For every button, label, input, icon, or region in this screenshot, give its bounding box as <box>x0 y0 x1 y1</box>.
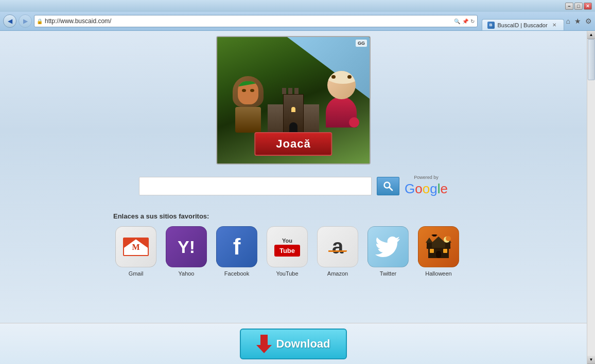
svg-rect-9 <box>430 249 434 253</box>
fav-item-halloween[interactable]: Halloween <box>416 226 461 277</box>
svg-line-1 <box>390 187 393 190</box>
tab-favicon: B <box>487 22 495 29</box>
download-arrow-wrapper <box>256 335 272 353</box>
scroll-up-arrow[interactable]: ▲ <box>587 31 596 39</box>
svg-rect-8 <box>436 251 441 258</box>
favorites-label: Enlaces a sus sitios favoritos: <box>113 212 474 220</box>
nav-bar: ◀ ▶ 🔒 http://www.buscaid.com/ 🔍 📌 ↻ B Bu… <box>0 12 595 30</box>
fav-label-facebook: Facebook <box>224 270 249 277</box>
powered-by-text: Powered by <box>414 175 439 180</box>
scroll-track[interactable] <box>587 39 595 356</box>
amazon-a-text: a <box>332 236 343 257</box>
forward-button[interactable]: ▶ <box>19 14 32 28</box>
address-icon: 🔒 <box>37 19 43 24</box>
ad-corner-logo: GG <box>356 40 367 47</box>
refresh-icon[interactable]: ↻ <box>470 18 475 25</box>
yahoo-icon: Y! <box>166 226 207 267</box>
fav-item-twitter[interactable]: Twitter <box>365 226 411 277</box>
svg-rect-6 <box>445 242 450 249</box>
browser-chrome: − □ ✕ ◀ ▶ 🔒 http://www.buscaid.com/ 🔍 📌 … <box>0 0 595 31</box>
amazon-icon: a <box>317 226 358 267</box>
address-bar[interactable]: 🔒 http://www.buscaid.com/ 🔍 📌 ↻ <box>34 15 478 27</box>
scroll-thumb[interactable] <box>588 39 595 80</box>
amazon-icon-inner: a <box>328 236 347 258</box>
maximize-button[interactable]: □ <box>574 3 583 10</box>
tab-close-button[interactable]: ✕ <box>551 22 558 29</box>
fav-label-gmail: Gmail <box>129 270 144 277</box>
favorites-grid: M Gmail Y! Yahoo f <box>113 226 474 277</box>
svg-marker-5 <box>426 238 433 243</box>
download-text: Download <box>276 337 330 351</box>
svg-rect-10 <box>443 249 447 253</box>
favorites-section: Enlaces a sus sitios favoritos: M Gm <box>113 212 474 277</box>
close-button[interactable]: ✕ <box>584 3 592 10</box>
address-actions: 🔍 📌 ↻ <box>453 18 475 25</box>
facebook-f-text: f <box>233 234 241 260</box>
active-tab[interactable]: B BuscaID | Buscador ✕ <box>482 19 564 30</box>
twitter-icon <box>367 226 409 267</box>
fav-label-yahoo: Yahoo <box>179 270 195 277</box>
fav-item-yahoo[interactable]: Y! Yahoo <box>164 226 209 277</box>
youtube-you-text: You <box>282 238 292 244</box>
youtube-icon-inner: You Tube <box>274 238 300 257</box>
youtube-tube-box: Tube <box>274 245 300 257</box>
fav-item-amazon[interactable]: a Amazon <box>315 226 360 277</box>
fav-label-twitter: Twitter <box>380 270 396 277</box>
search-icon <box>383 181 393 191</box>
fav-label-halloween: Halloween <box>425 270 451 277</box>
address-text: http://www.buscaid.com/ <box>45 17 453 25</box>
yahoo-text: Y! <box>178 237 195 257</box>
search-button[interactable] <box>377 177 399 195</box>
search-in-bar-icon[interactable]: 🔍 <box>453 18 461 25</box>
facebook-icon: f <box>216 226 257 267</box>
download-banner: Download <box>0 323 587 364</box>
google-logo-area: Powered by Google <box>405 175 448 197</box>
fav-label-amazon: Amazon <box>327 270 348 277</box>
pin-icon[interactable]: 📌 <box>462 18 469 25</box>
scroll-down-arrow[interactable]: ▼ <box>587 356 596 364</box>
search-input[interactable] <box>144 182 367 190</box>
title-bar: − □ ✕ <box>0 0 595 12</box>
scrollbar[interactable]: ▲ ▼ <box>587 31 595 364</box>
minimize-button[interactable]: − <box>565 3 573 10</box>
search-area: Powered by Google <box>139 175 448 197</box>
halloween-house-svg <box>424 232 453 261</box>
title-bar-buttons: − □ ✕ <box>565 3 592 10</box>
ad-inner: Joacă GG <box>217 37 370 163</box>
halloween-icon <box>418 226 459 267</box>
page-content: Joacă GG Powered by Google <box>0 31 587 364</box>
svg-point-12 <box>446 236 451 241</box>
svg-rect-4 <box>427 242 432 249</box>
download-button[interactable]: Download <box>240 329 346 359</box>
settings-button[interactable]: ⚙ <box>585 17 592 25</box>
google-logo: Google <box>405 181 448 197</box>
tab-title: BuscaID | Buscador <box>498 22 548 28</box>
search-input-wrap[interactable] <box>139 177 372 195</box>
fav-item-facebook[interactable]: f Facebook <box>214 226 259 277</box>
twitter-bird-svg <box>375 235 401 258</box>
ad-banner[interactable]: Joacă GG <box>216 36 371 165</box>
favorites-button[interactable]: ★ <box>574 17 581 25</box>
youtube-icon: You Tube <box>267 226 308 267</box>
fav-item-gmail[interactable]: M Gmail <box>113 226 159 277</box>
home-button[interactable]: ⌂ <box>566 17 570 25</box>
ad-play-button[interactable]: Joacă <box>254 132 332 156</box>
fav-label-youtube: YouTube <box>276 270 298 277</box>
back-button[interactable]: ◀ <box>3 14 16 28</box>
fav-item-youtube[interactable]: You Tube YouTube <box>265 226 310 277</box>
gmail-icon: M <box>115 226 156 267</box>
